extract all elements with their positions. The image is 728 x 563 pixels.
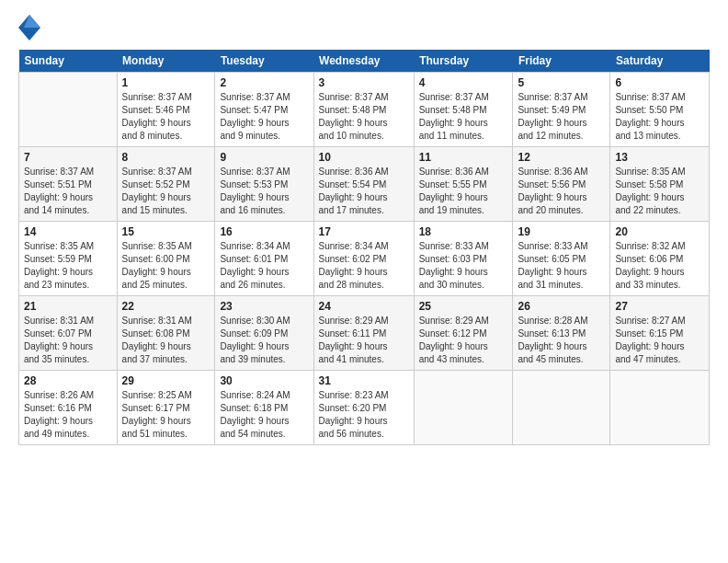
day-number: 12 [518,151,605,164]
calendar-cell: 5Sunrise: 8:37 AM Sunset: 5:49 PM Daylig… [513,73,610,147]
day-number: 27 [615,300,704,313]
day-info: Sunrise: 8:29 AM Sunset: 6:12 PM Dayligh… [419,315,508,366]
calendar-cell: 13Sunrise: 8:35 AM Sunset: 5:58 PM Dayli… [610,147,710,222]
day-info: Sunrise: 8:29 AM Sunset: 6:11 PM Dayligh… [319,315,409,366]
day-info: Sunrise: 8:37 AM Sunset: 5:49 PM Dayligh… [518,91,605,143]
day-info: Sunrise: 8:27 AM Sunset: 6:15 PM Dayligh… [615,315,704,366]
calendar-cell: 21Sunrise: 8:31 AM Sunset: 6:07 PM Dayli… [19,296,118,371]
day-info: Sunrise: 8:37 AM Sunset: 5:46 PM Dayligh… [122,91,210,143]
calendar-cell: 1Sunrise: 8:37 AM Sunset: 5:46 PM Daylig… [117,73,215,147]
calendar-cell: 12Sunrise: 8:36 AM Sunset: 5:56 PM Dayli… [513,147,610,222]
calendar-cell: 19Sunrise: 8:33 AM Sunset: 6:05 PM Dayli… [513,222,610,296]
calendar-cell [19,73,118,147]
day-info: Sunrise: 8:37 AM Sunset: 5:47 PM Dayligh… [220,91,308,143]
calendar-cell: 20Sunrise: 8:32 AM Sunset: 6:06 PM Dayli… [610,222,710,296]
day-info: Sunrise: 8:31 AM Sunset: 6:07 PM Dayligh… [24,315,112,366]
day-info: Sunrise: 8:37 AM Sunset: 5:48 PM Dayligh… [419,91,508,143]
calendar-cell: 24Sunrise: 8:29 AM Sunset: 6:11 PM Dayli… [313,296,414,371]
calendar-week-row: 14Sunrise: 8:35 AM Sunset: 5:59 PM Dayli… [19,222,710,296]
day-info: Sunrise: 8:23 AM Sunset: 6:20 PM Dayligh… [319,389,409,441]
day-info: Sunrise: 8:28 AM Sunset: 6:13 PM Dayligh… [518,315,605,366]
day-number: 20 [615,225,704,238]
day-number: 6 [615,76,704,89]
calendar-cell: 3Sunrise: 8:37 AM Sunset: 5:48 PM Daylig… [313,73,414,147]
calendar-day-header: Wednesday [313,50,414,73]
calendar-week-row: 1Sunrise: 8:37 AM Sunset: 5:46 PM Daylig… [19,73,710,147]
calendar-day-header: Tuesday [215,50,313,73]
calendar-week-row: 21Sunrise: 8:31 AM Sunset: 6:07 PM Dayli… [19,296,710,371]
calendar-header-row: SundayMondayTuesdayWednesdayThursdayFrid… [19,50,710,73]
day-number: 25 [419,300,508,313]
day-number: 26 [518,300,605,313]
day-number: 21 [24,300,112,313]
calendar-cell: 15Sunrise: 8:35 AM Sunset: 6:00 PM Dayli… [117,222,215,296]
day-info: Sunrise: 8:34 AM Sunset: 6:01 PM Dayligh… [220,240,308,292]
calendar-cell: 9Sunrise: 8:37 AM Sunset: 5:53 PM Daylig… [215,147,313,222]
calendar-cell: 27Sunrise: 8:27 AM Sunset: 6:15 PM Dayli… [610,296,710,371]
calendar-cell: 6Sunrise: 8:37 AM Sunset: 5:50 PM Daylig… [610,73,710,147]
day-number: 23 [220,300,308,313]
day-number: 24 [319,300,409,313]
calendar-cell: 26Sunrise: 8:28 AM Sunset: 6:13 PM Dayli… [513,296,610,371]
day-info: Sunrise: 8:37 AM Sunset: 5:51 PM Dayligh… [24,166,112,217]
page: SundayMondayTuesdayWednesdayThursdayFrid… [0,0,728,563]
calendar-week-row: 28Sunrise: 8:26 AM Sunset: 6:16 PM Dayli… [19,371,710,445]
day-info: Sunrise: 8:26 AM Sunset: 6:16 PM Dayligh… [24,389,112,441]
calendar-cell: 2Sunrise: 8:37 AM Sunset: 5:47 PM Daylig… [215,73,313,147]
calendar-cell: 17Sunrise: 8:34 AM Sunset: 6:02 PM Dayli… [313,222,414,296]
day-number: 31 [319,374,409,387]
day-number: 13 [615,151,704,164]
day-number: 14 [24,225,112,238]
day-info: Sunrise: 8:37 AM Sunset: 5:48 PM Dayligh… [319,91,409,143]
day-number: 30 [220,374,308,387]
day-number: 3 [319,76,409,89]
day-number: 19 [518,225,605,238]
day-number: 22 [122,300,210,313]
calendar-cell: 7Sunrise: 8:37 AM Sunset: 5:51 PM Daylig… [19,147,118,222]
day-info: Sunrise: 8:24 AM Sunset: 6:18 PM Dayligh… [220,389,308,441]
calendar-cell: 16Sunrise: 8:34 AM Sunset: 6:01 PM Dayli… [215,222,313,296]
logo-icon [18,15,40,40]
day-info: Sunrise: 8:25 AM Sunset: 6:17 PM Dayligh… [122,389,210,441]
calendar-cell [610,371,710,445]
header [18,15,710,40]
calendar-day-header: Sunday [19,50,118,73]
calendar-cell: 31Sunrise: 8:23 AM Sunset: 6:20 PM Dayli… [313,371,414,445]
day-number: 17 [319,225,409,238]
day-number: 18 [419,225,508,238]
day-info: Sunrise: 8:35 AM Sunset: 5:59 PM Dayligh… [24,240,112,292]
day-number: 9 [220,151,308,164]
day-info: Sunrise: 8:31 AM Sunset: 6:08 PM Dayligh… [122,315,210,366]
day-info: Sunrise: 8:36 AM Sunset: 5:56 PM Dayligh… [518,166,605,217]
day-number: 8 [122,151,210,164]
day-info: Sunrise: 8:37 AM Sunset: 5:50 PM Dayligh… [615,91,704,143]
day-info: Sunrise: 8:30 AM Sunset: 6:09 PM Dayligh… [220,315,308,366]
day-number: 29 [122,374,210,387]
calendar-cell: 14Sunrise: 8:35 AM Sunset: 5:59 PM Dayli… [19,222,118,296]
calendar-day-header: Thursday [414,50,513,73]
day-info: Sunrise: 8:32 AM Sunset: 6:06 PM Dayligh… [615,240,704,292]
calendar-cell: 18Sunrise: 8:33 AM Sunset: 6:03 PM Dayli… [414,222,513,296]
calendar-cell: 8Sunrise: 8:37 AM Sunset: 5:52 PM Daylig… [117,147,215,222]
day-info: Sunrise: 8:33 AM Sunset: 6:03 PM Dayligh… [419,240,508,292]
calendar-cell: 28Sunrise: 8:26 AM Sunset: 6:16 PM Dayli… [19,371,118,445]
day-number: 1 [122,76,210,89]
calendar-day-header: Saturday [610,50,710,73]
day-number: 15 [122,225,210,238]
day-number: 10 [319,151,409,164]
day-info: Sunrise: 8:36 AM Sunset: 5:54 PM Dayligh… [319,166,409,217]
day-number: 2 [220,76,308,89]
calendar-day-header: Friday [513,50,610,73]
day-number: 28 [24,374,112,387]
calendar-week-row: 7Sunrise: 8:37 AM Sunset: 5:51 PM Daylig… [19,147,710,222]
day-info: Sunrise: 8:36 AM Sunset: 5:55 PM Dayligh… [419,166,508,217]
day-info: Sunrise: 8:34 AM Sunset: 6:02 PM Dayligh… [319,240,409,292]
calendar-cell: 23Sunrise: 8:30 AM Sunset: 6:09 PM Dayli… [215,296,313,371]
calendar-cell: 29Sunrise: 8:25 AM Sunset: 6:17 PM Dayli… [117,371,215,445]
day-number: 4 [419,76,508,89]
calendar-cell [414,371,513,445]
day-number: 5 [518,76,605,89]
calendar-table: SundayMondayTuesdayWednesdayThursdayFrid… [18,50,710,445]
calendar-cell: 10Sunrise: 8:36 AM Sunset: 5:54 PM Dayli… [313,147,414,222]
calendar-cell: 25Sunrise: 8:29 AM Sunset: 6:12 PM Dayli… [414,296,513,371]
